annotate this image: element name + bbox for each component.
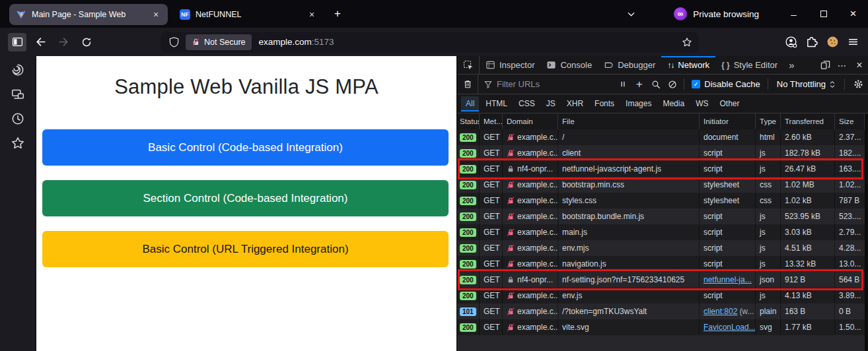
pause-button[interactable] <box>614 77 631 92</box>
har-add-button[interactable]: + <box>631 77 647 92</box>
column-header-transferred[interactable]: Transferred <box>781 113 835 129</box>
tab-console[interactable]: Console <box>540 56 598 74</box>
request-row[interactable]: 200GETexample.c...styles.cssstylesheetcs… <box>457 193 865 208</box>
close-window-button[interactable]: × <box>838 0 868 28</box>
block-requests-button[interactable] <box>664 77 680 92</box>
filter-all[interactable]: All <box>461 96 479 112</box>
status-cell: 200 <box>457 319 480 335</box>
request-row[interactable]: 200GETexample.c...navigation.jsscriptjs1… <box>457 256 865 272</box>
tab-style-editor[interactable]: { } Style Editor <box>715 56 783 74</box>
tab-netfunnel[interactable]: NF NetFUNNEL × <box>173 4 324 25</box>
throttling-dropdown[interactable]: No Throttling <box>772 79 841 89</box>
request-row[interactable]: 200GETnf4-onpr...netfunnel-javascript-ag… <box>457 161 865 177</box>
minimize-button[interactable]: – <box>779 0 809 28</box>
bookmark-star-icon[interactable] <box>682 37 692 48</box>
bookmarks-star-icon[interactable] <box>10 135 26 151</box>
not-secure-chip[interactable]: Not Secure <box>186 34 252 50</box>
url-text[interactable]: example.com:5173 <box>259 37 334 47</box>
cookie-extension-icon[interactable] <box>826 36 839 48</box>
search-button[interactable] <box>647 77 664 92</box>
basic-control-url-button[interactable]: Basic Control (URL Triggered Integration… <box>42 231 449 267</box>
filter-ws[interactable]: WS <box>691 96 713 112</box>
vite-logo-icon <box>16 9 26 20</box>
size-cell: 523.... <box>835 208 865 224</box>
shield-icon[interactable] <box>168 36 180 48</box>
status-cell: 200 <box>457 208 480 224</box>
extensions-puzzle-icon[interactable] <box>806 36 818 48</box>
network-settings-button[interactable] <box>848 75 868 94</box>
filter-media[interactable]: Media <box>658 96 689 112</box>
back-arrow-icon <box>35 36 46 48</box>
request-row[interactable]: 200GETexample.c...env.jsscriptjs4.13 kB3… <box>457 288 865 303</box>
forward-button[interactable] <box>54 33 73 51</box>
list-all-tabs-button[interactable] <box>622 5 639 22</box>
tab-close-icon[interactable]: × <box>149 8 163 21</box>
lock-secure-icon <box>507 165 515 173</box>
back-button[interactable] <box>31 33 50 51</box>
request-row[interactable]: 200GETexample.c...bootstrap.bundle.min.j… <box>457 208 865 224</box>
filter-css[interactable]: CSS <box>514 96 540 112</box>
status-cell: 200 <box>457 288 480 303</box>
devtools-close-button[interactable]: × <box>851 56 868 74</box>
sidebar-toggle-button[interactable] <box>8 33 26 51</box>
initiator-link[interactable]: FaviconLoad... <box>704 323 756 332</box>
ai-chatbot-icon[interactable] <box>10 62 26 78</box>
initiator-link[interactable]: netfunnel-ja... <box>704 275 752 284</box>
column-header-initiator[interactable]: Initiator <box>700 113 756 129</box>
lock-insecure-icon <box>507 292 515 300</box>
basic-control-code-button[interactable]: Basic Control (Code-based Integration) <box>42 129 449 166</box>
lock-insecure-icon <box>507 292 515 300</box>
request-row[interactable]: 200GETnf4-onpr...nf-setting.json?nf=1756… <box>457 272 865 288</box>
filter-fonts[interactable]: Fonts <box>590 96 619 112</box>
column-header-size[interactable]: Size <box>835 113 865 129</box>
devtools-menu-button[interactable]: ⋯ <box>834 56 851 74</box>
initiator-cell: netfunnel-ja... <box>700 272 756 288</box>
tab-main-page[interactable]: Main Page - Sample Web × <box>9 4 168 25</box>
initiator-cell: stylesheet <box>700 193 756 208</box>
request-row[interactable]: 101GETexample.c.../?token=gmTKU3wsYaltcl… <box>457 303 865 319</box>
column-header-met[interactable]: Met... <box>480 113 503 129</box>
checkbox-checked-icon[interactable]: ✓ <box>692 80 700 88</box>
filter-html[interactable]: HTML <box>481 96 512 112</box>
column-header-type[interactable]: Type <box>756 113 781 129</box>
request-row[interactable]: 200GETexample.c.../documenthtml2.60 kB2.… <box>457 129 865 145</box>
url-bar[interactable]: Not Secure example.com:5173 <box>161 32 699 53</box>
request-row[interactable]: 200GETexample.c...bootstrap.min.cssstyle… <box>457 177 865 193</box>
method-cell: GET <box>480 303 503 319</box>
column-header-status[interactable]: Status <box>457 113 480 129</box>
request-row[interactable]: 200GETexample.c...vite.svgFaviconLoad...… <box>457 319 865 335</box>
disable-cache-control[interactable]: ✓ Disable Cache <box>688 79 764 89</box>
filter-images[interactable]: Images <box>621 96 656 112</box>
synced-tabs-icon[interactable] <box>10 86 26 102</box>
table-header-row[interactable]: StatusMet...DomainFileInitiatorTypeTrans… <box>457 113 865 129</box>
clear-requests-button[interactable] <box>457 75 478 94</box>
size-cell: 163.... <box>835 161 865 177</box>
request-row[interactable]: 200GETexample.c...clientscriptjs182.78 k… <box>457 145 865 161</box>
request-row[interactable]: 200GETexample.c...main.jsscriptjs3.03 kB… <box>457 224 865 240</box>
domain-cell: nf4-onpr... <box>503 161 558 177</box>
tab-debugger[interactable]: Debugger <box>598 56 661 74</box>
request-row[interactable]: 200GETexample.c...env.mjsscriptjs4.51 kB… <box>457 240 865 256</box>
history-clock-icon[interactable] <box>10 111 26 127</box>
filter-xhr[interactable]: XHR <box>562 96 588 112</box>
maximize-button[interactable] <box>809 0 838 28</box>
more-tools-chevron[interactable]: » <box>783 56 799 74</box>
new-tab-button[interactable]: + <box>329 5 346 22</box>
tab-close-icon[interactable]: × <box>305 8 318 21</box>
column-header-file[interactable]: File <box>558 113 700 129</box>
reload-button[interactable] <box>77 33 96 51</box>
tab-inspector[interactable]: Inspector <box>480 56 540 74</box>
filter-urls-input[interactable] <box>497 79 596 89</box>
pick-element-button[interactable] <box>457 56 480 74</box>
column-header-domain[interactable]: Domain <box>503 113 558 129</box>
filter-js[interactable]: JS <box>542 96 560 112</box>
section-control-code-button[interactable]: Section Control (Code-based Integration) <box>42 180 449 216</box>
account-icon[interactable] <box>785 36 797 48</box>
tab-network[interactable]: ↑↓ Network <box>661 56 715 74</box>
initiator-link[interactable]: client:802 <box>704 307 737 316</box>
menu-hamburger-icon[interactable] <box>848 36 859 48</box>
initiator-suffix: (w... <box>739 307 754 316</box>
lock-insecure-icon <box>507 244 515 252</box>
responsive-design-mode-button[interactable] <box>816 56 834 74</box>
filter-other[interactable]: Other <box>715 96 744 112</box>
